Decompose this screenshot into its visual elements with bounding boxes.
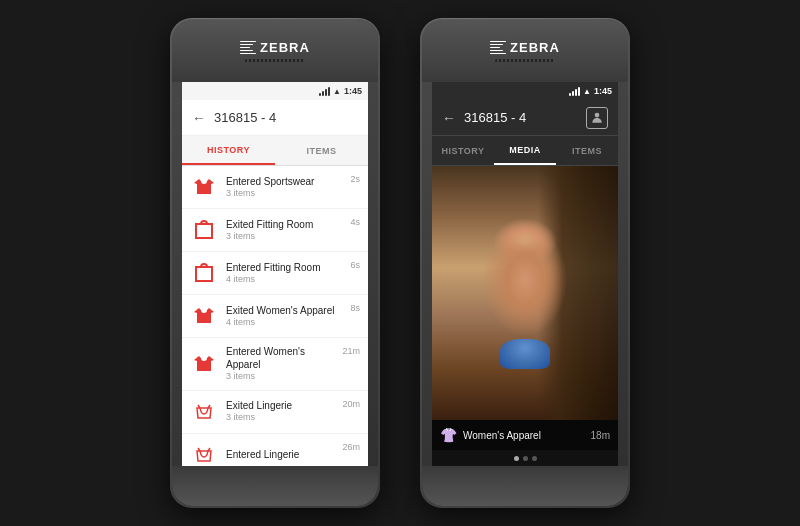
media-content: 👚 Women's Apparel 18m	[432, 166, 618, 466]
status-bar-right: ▲ 1:45	[432, 82, 618, 100]
list-item-0[interactable]: Entered Sportswear 3 items 2s	[182, 166, 368, 209]
item-title-1: Exited Fitting Room	[226, 218, 342, 231]
item-icon-5	[190, 398, 218, 426]
dot-2	[523, 456, 528, 461]
signal-icon-left	[319, 86, 330, 96]
wifi-icon-right: ▲	[583, 87, 591, 96]
device-bottom-left	[172, 466, 378, 506]
dots-indicator	[432, 450, 618, 466]
app-header-right: ← 316815 - 4	[432, 100, 618, 136]
device-top-left: ZEBRA	[172, 20, 378, 82]
item-title-2: Entered Fitting Room	[226, 261, 342, 274]
scene: ZEBRA ▲ 1:45 ←	[0, 0, 800, 526]
person-shirt-overlay	[500, 339, 550, 369]
device-bottom-right	[422, 466, 628, 506]
item-title-4: Entered Women's Apparel	[226, 345, 334, 371]
item-title-0: Entered Sportswear	[226, 175, 342, 188]
item-icon-6	[190, 441, 218, 466]
video-frame	[432, 166, 618, 420]
list-item-5[interactable]: Exited Lingerie 3 items 20m	[182, 391, 368, 434]
item-subtitle-4: 3 items	[226, 371, 334, 383]
device-left: ZEBRA ▲ 1:45 ←	[170, 18, 380, 508]
caption-text: Women's Apparel	[463, 430, 585, 441]
signal-icon-right	[569, 86, 580, 96]
caption-time: 18m	[591, 430, 610, 441]
tab-items-right[interactable]: ITEMS	[556, 136, 618, 165]
item-subtitle-2: 4 items	[226, 274, 342, 286]
item-time-1: 4s	[350, 216, 360, 227]
dot-3	[532, 456, 537, 461]
zebra-logo-right: ZEBRA	[490, 40, 560, 55]
wifi-icon-left: ▲	[333, 87, 341, 96]
item-time-5: 20m	[342, 398, 360, 409]
item-title-5: Exited Lingerie	[226, 399, 334, 412]
device-top-right: ZEBRA	[422, 20, 628, 82]
person-icon-right[interactable]	[586, 107, 608, 129]
caption-icon: 👚	[440, 427, 457, 443]
tabs-right: HISTORY MEDIA ITEMS	[432, 136, 618, 166]
item-subtitle-5: 3 items	[226, 412, 334, 424]
item-text-1: Exited Fitting Room 3 items	[226, 218, 342, 243]
tab-items-left[interactable]: ITEMS	[275, 136, 368, 165]
item-subtitle-1: 3 items	[226, 231, 342, 243]
item-time-0: 2s	[350, 173, 360, 184]
item-time-3: 8s	[350, 302, 360, 313]
item-text-6: Entered Lingerie	[226, 448, 334, 461]
zebra-stripes-icon-right	[490, 41, 506, 55]
speaker-grille-left	[245, 59, 305, 62]
back-button-left[interactable]: ←	[192, 110, 206, 126]
header-title-left: 316815 - 4	[214, 110, 358, 125]
item-time-2: 6s	[350, 259, 360, 270]
tab-history-right[interactable]: HISTORY	[432, 136, 494, 165]
item-title-3: Exited Women's Apparel	[226, 304, 342, 317]
list-item-4[interactable]: Entered Women's Apparel 3 items 21m	[182, 338, 368, 391]
item-text-3: Exited Women's Apparel 4 items	[226, 304, 342, 329]
header-title-right: 316815 - 4	[464, 110, 578, 125]
app-header-left: ← 316815 - 4	[182, 100, 368, 136]
zebra-stripes-icon	[240, 41, 256, 55]
item-text-2: Entered Fitting Room 4 items	[226, 261, 342, 286]
screen-right: ▲ 1:45 ← 316815 - 4 HISTOR	[432, 82, 618, 466]
list-content-left: Entered Sportswear 3 items 2s	[182, 166, 368, 466]
item-title-6: Entered Lingerie	[226, 448, 334, 461]
item-icon-2	[190, 259, 218, 287]
status-bar-left: ▲ 1:45	[182, 82, 368, 100]
device-right: ZEBRA ▲ 1:45 ←	[420, 18, 630, 508]
person-overlay	[432, 166, 618, 420]
back-button-right[interactable]: ←	[442, 110, 456, 126]
item-text-5: Exited Lingerie 3 items	[226, 399, 334, 424]
list-item-3[interactable]: Exited Women's Apparel 4 items 8s	[182, 295, 368, 338]
list-item-1[interactable]: Exited Fitting Room 3 items 4s	[182, 209, 368, 252]
svg-point-2	[595, 112, 600, 117]
zebra-brand-label: ZEBRA	[260, 40, 310, 55]
item-icon-1	[190, 216, 218, 244]
item-icon-3	[190, 302, 218, 330]
list-item-2[interactable]: Entered Fitting Room 4 items 6s	[182, 252, 368, 295]
tab-history-left[interactable]: HISTORY	[182, 136, 275, 165]
item-text-0: Entered Sportswear 3 items	[226, 175, 342, 200]
item-time-4: 21m	[342, 345, 360, 356]
item-icon-4	[190, 350, 218, 378]
list-item-6[interactable]: Entered Lingerie 26m	[182, 434, 368, 466]
item-icon-0	[190, 173, 218, 201]
tabs-left: HISTORY ITEMS	[182, 136, 368, 166]
speaker-grille-right	[495, 59, 555, 62]
item-subtitle-0: 3 items	[226, 188, 342, 200]
tab-media-right[interactable]: MEDIA	[494, 136, 556, 165]
item-time-6: 26m	[342, 441, 360, 452]
zebra-brand-label-right: ZEBRA	[510, 40, 560, 55]
media-caption: 👚 Women's Apparel 18m	[432, 420, 618, 450]
item-subtitle-3: 4 items	[226, 317, 342, 329]
battery-left: 1:45	[344, 86, 362, 96]
dot-1	[514, 456, 519, 461]
screen-left: ▲ 1:45 ← 316815 - 4 HISTORY ITEMS	[182, 82, 368, 466]
battery-right: 1:45	[594, 86, 612, 96]
zebra-logo-left: ZEBRA	[240, 40, 310, 55]
item-text-4: Entered Women's Apparel 3 items	[226, 345, 334, 383]
